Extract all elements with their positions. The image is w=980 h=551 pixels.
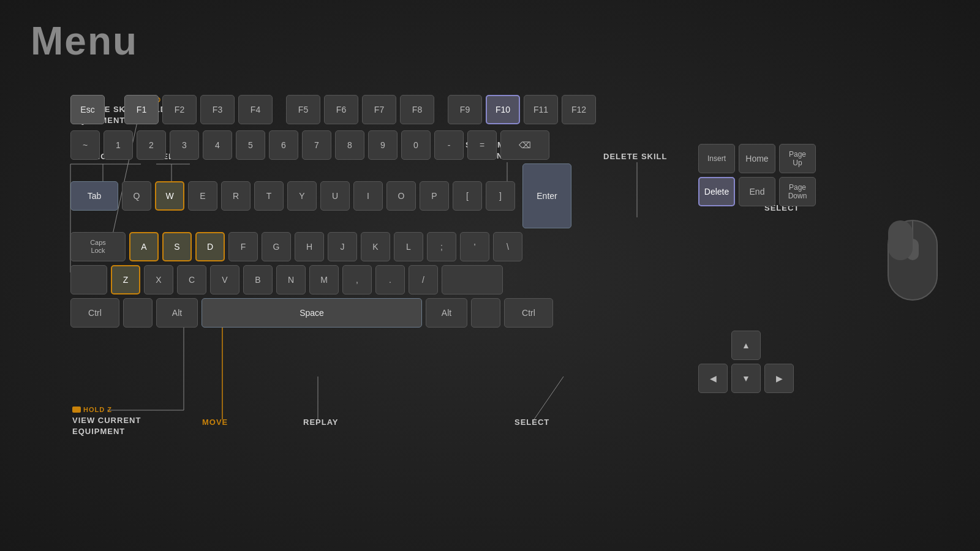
key-insert[interactable]: Insert	[698, 144, 735, 173]
key-n[interactable]: N	[276, 265, 306, 294]
key-rbracket[interactable]: ]	[486, 181, 515, 211]
key-f1[interactable]: F1	[124, 95, 159, 124]
key-1[interactable]: 1	[104, 130, 133, 160]
key-c[interactable]: C	[177, 265, 206, 294]
key-a[interactable]: A	[129, 232, 159, 261]
key-minus[interactable]: -	[434, 130, 464, 160]
key-equals[interactable]: =	[467, 130, 497, 160]
key-lbracket[interactable]: [	[453, 181, 482, 211]
key-shift-left[interactable]	[70, 265, 107, 294]
numpad-row-1: Delete End PageDown	[698, 177, 816, 206]
key-enter[interactable]: Enter	[522, 163, 571, 228]
key-x[interactable]: X	[144, 265, 173, 294]
key-f5[interactable]: F5	[286, 95, 320, 124]
key-ctrl-left[interactable]: Ctrl	[70, 298, 119, 328]
replay-label: REPLAY	[303, 418, 339, 427]
key-f12[interactable]: F12	[562, 95, 596, 124]
key-f10[interactable]: F10	[486, 95, 520, 124]
key-q[interactable]: Q	[122, 181, 151, 211]
key-f2[interactable]: F2	[162, 95, 197, 124]
key-z[interactable]: Z	[111, 265, 140, 294]
key-semicolon[interactable]: ;	[427, 232, 456, 261]
key-esc[interactable]: Esc	[70, 95, 105, 124]
move-label: MOVE	[202, 418, 228, 427]
numpad-row-0: Insert Home PageUp	[698, 144, 816, 173]
qwerty-row: Tab Q W E R T Y U I O P [ ] Enter	[70, 163, 683, 228]
key-t[interactable]: T	[254, 181, 284, 211]
key-home[interactable]: Home	[739, 144, 775, 173]
key-delete[interactable]: Delete	[698, 177, 735, 206]
key-p[interactable]: P	[420, 181, 449, 211]
key-b[interactable]: B	[243, 265, 273, 294]
key-arrow-down[interactable]: ▼	[731, 364, 761, 393]
key-fn[interactable]	[471, 298, 500, 328]
key-j[interactable]: J	[328, 232, 357, 261]
key-quote[interactable]: '	[460, 232, 489, 261]
key-f8[interactable]: F8	[400, 95, 434, 124]
svg-rect-16	[888, 220, 913, 260]
key-6[interactable]: 6	[269, 130, 298, 160]
key-8[interactable]: 8	[335, 130, 364, 160]
key-f11[interactable]: F11	[524, 95, 558, 124]
key-h[interactable]: H	[295, 232, 324, 261]
page-title: Menu	[31, 18, 138, 64]
key-w[interactable]: W	[155, 181, 184, 211]
keyboard: Esc F1 F2 F3 F4 F5 F6 F7 F8 F9 F10 F11 F…	[70, 95, 683, 331]
key-capslock[interactable]: CapsLock	[70, 232, 126, 261]
key-alt-right[interactable]: Alt	[426, 298, 467, 328]
key-i[interactable]: I	[353, 181, 383, 211]
key-s[interactable]: S	[162, 232, 192, 261]
key-l[interactable]: L	[394, 232, 423, 261]
key-v[interactable]: V	[210, 265, 239, 294]
key-9[interactable]: 9	[368, 130, 398, 160]
arrow-keys: ▲ ◀ ▼ ▶	[698, 331, 794, 393]
key-arrow-left[interactable]: ◀	[698, 364, 728, 393]
key-f6[interactable]: F6	[324, 95, 358, 124]
key-f3[interactable]: F3	[200, 95, 235, 124]
key-win[interactable]	[123, 298, 153, 328]
key-ctrl-right[interactable]: Ctrl	[504, 298, 553, 328]
mouse-illustration	[876, 202, 949, 315]
key-u[interactable]: U	[320, 181, 350, 211]
number-row: ~ 1 2 3 4 5 6 7 8 9 0 - = ⌫	[70, 130, 683, 160]
key-f9[interactable]: F9	[448, 95, 482, 124]
key-0[interactable]: 0	[401, 130, 431, 160]
hold-z-tag: HOLD Z	[72, 406, 112, 413]
key-comma[interactable]: ,	[342, 265, 372, 294]
key-o[interactable]: O	[386, 181, 416, 211]
key-pageup[interactable]: PageUp	[779, 144, 816, 173]
key-arrow-up[interactable]: ▲	[731, 331, 761, 360]
key-g[interactable]: G	[262, 232, 291, 261]
key-tab[interactable]: Tab	[70, 181, 118, 211]
key-backspace[interactable]: ⌫	[500, 130, 549, 160]
key-d[interactable]: D	[195, 232, 225, 261]
key-slash[interactable]: /	[409, 265, 438, 294]
key-backslash[interactable]: \	[493, 232, 522, 261]
key-k[interactable]: K	[361, 232, 390, 261]
key-shift-right[interactable]	[442, 265, 503, 294]
key-f4[interactable]: F4	[238, 95, 273, 124]
key-period[interactable]: .	[375, 265, 405, 294]
key-3[interactable]: 3	[170, 130, 199, 160]
function-row: Esc F1 F2 F3 F4 F5 F6 F7 F8 F9 F10 F11 F…	[70, 95, 683, 124]
key-f[interactable]: F	[228, 232, 258, 261]
key-e[interactable]: E	[188, 181, 217, 211]
select-bottom-label: SELECT	[514, 418, 549, 427]
key-m[interactable]: M	[309, 265, 339, 294]
key-4[interactable]: 4	[203, 130, 232, 160]
key-y[interactable]: Y	[287, 181, 317, 211]
key-5[interactable]: 5	[236, 130, 265, 160]
key-r[interactable]: R	[221, 181, 251, 211]
key-end[interactable]: End	[739, 177, 775, 206]
key-alt-left[interactable]: Alt	[156, 298, 198, 328]
asdf-row: CapsLock A S D F G H J K L ; ' \	[70, 232, 683, 261]
zxcv-row: Z X C V B N M , . /	[70, 265, 683, 294]
key-space[interactable]: Space	[202, 298, 422, 328]
key-f7[interactable]: F7	[362, 95, 396, 124]
key-tilde[interactable]: ~	[70, 130, 100, 160]
key-arrow-right[interactable]: ▶	[764, 364, 794, 393]
key-7[interactable]: 7	[302, 130, 331, 160]
key-2[interactable]: 2	[137, 130, 166, 160]
key-pagedown[interactable]: PageDown	[779, 177, 816, 206]
space-row: Ctrl Alt Space Alt Ctrl	[70, 298, 683, 328]
